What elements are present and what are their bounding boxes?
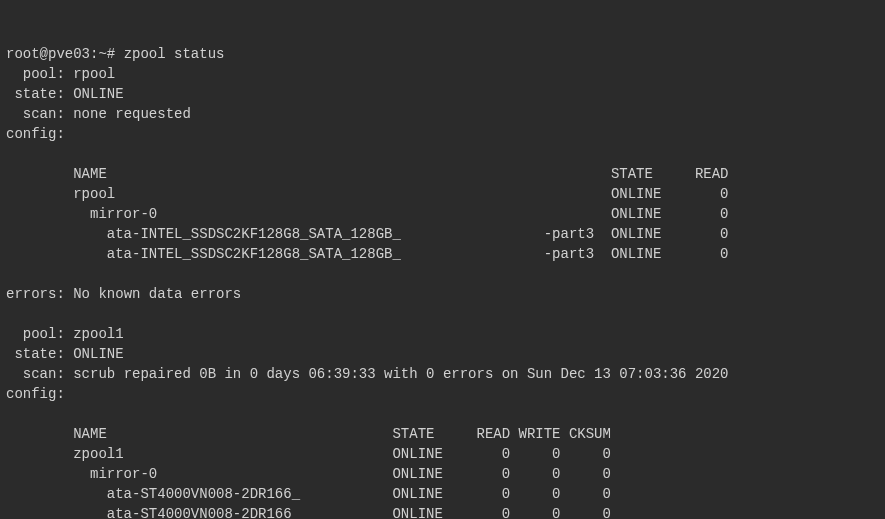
config-row: ata-ST4000VN008-2DR166_ ONLINE 0 0 0 [6,486,611,502]
state-label: state: [6,86,73,102]
pool-name: rpool [73,66,115,82]
pool-label: pool: [6,66,73,82]
scan-value: scrub repaired 0B in 0 days 06:39:33 wit… [73,366,728,382]
state-value: ONLINE [73,86,123,102]
scan-value: none requested [73,106,191,122]
pool-name: zpool1 [73,326,123,342]
scan-label: scan: [6,106,73,122]
config-row: mirror-0 ONLINE 0 0 0 [6,466,611,482]
errors-value: No known data errors [73,286,241,302]
config-row: ata-INTEL_SSDSC2KF128G8_SATA_128GB_ -par… [6,226,729,242]
shell-prompt: root@pve03:~# [6,46,124,62]
shell-command: zpool status [124,46,225,62]
config-label: config: [6,126,65,142]
config-row: zpool1 ONLINE 0 0 0 [6,446,611,462]
config-row: ata-ST4000VN008-2DR166_ ONLINE 0 0 0 [6,506,611,519]
errors-label: errors: [6,286,73,302]
state-label: state: [6,346,73,362]
config-label: config: [6,386,65,402]
state-value: ONLINE [73,346,123,362]
config-row: mirror-0 ONLINE 0 [6,206,729,222]
config-headers: NAME STATE READ WRITE CKSUM [6,426,611,442]
config-headers: NAME STATE READ [6,166,737,182]
config-row: ata-INTEL_SSDSC2KF128G8_SATA_128GB_ -par… [6,246,729,262]
pool-label: pool: [6,326,73,342]
config-row: rpool ONLINE 0 [6,186,729,202]
scan-label: scan: [6,366,73,382]
